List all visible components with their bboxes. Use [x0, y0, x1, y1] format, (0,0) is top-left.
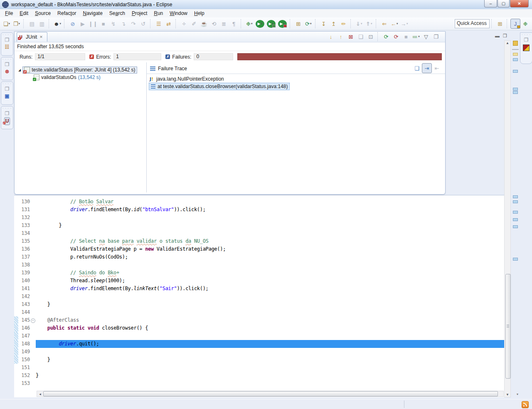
tab-junit[interactable]: ✗U JUnit ✕ [17, 32, 47, 42]
scroll-left-arrow-icon[interactable]: ◂ [37, 392, 43, 396]
menu-source[interactable]: Source [32, 10, 54, 17]
junit-view-button[interactable]: U✗ [4, 117, 10, 125]
scroll-down-arrow-icon[interactable]: ▼ [505, 393, 510, 397]
menu-edit[interactable]: Edit [16, 10, 32, 17]
restore-view-icon[interactable]: ❐ [5, 61, 10, 68]
code-line[interactable]: 132 [14, 214, 504, 222]
java-perspective-button[interactable]: J [510, 19, 520, 29]
open-perspective-button[interactable]: ⊞ [495, 19, 505, 29]
maximize-button[interactable]: ▢ [498, 0, 510, 7]
highlighter-button[interactable]: ✏ [339, 19, 349, 29]
editor-maximize-button[interactable]: ❒ [503, 33, 507, 39]
view-stack-handle[interactable]: · · · · [2, 33, 12, 37]
overview-marker[interactable] [513, 70, 518, 73]
test-tree[interactable]: ◢ ✗ teste.validarStatus [Runner: JUnit 4… [15, 62, 147, 192]
new-wizard-button[interactable]: ❏▾ [2, 19, 12, 29]
menu-run[interactable]: Run [150, 10, 166, 17]
overview-marker[interactable] [513, 53, 518, 56]
horizontal-scroll-thumb[interactable] [43, 391, 498, 397]
overview-marker[interactable] [513, 91, 518, 94]
view-menu-button[interactable]: ▽ [421, 32, 431, 41]
overview-marker[interactable] [513, 218, 518, 221]
code-line[interactable]: 137 p.returnNuOs(CodOs); [14, 253, 504, 261]
code-line[interactable]: 143 } [14, 301, 504, 308]
code-line[interactable]: 150 } [14, 356, 504, 364]
code-line[interactable]: 146 public static void closeBrowser() { [14, 324, 504, 332]
code-line[interactable]: 142 [14, 293, 504, 301]
overview-marker[interactable] [513, 258, 518, 261]
vertical-scrollbar[interactable]: ▲ ▼ [504, 40, 511, 397]
new-report-button[interactable]: ⊞ [293, 19, 303, 29]
code-line[interactable]: 140 Thread.sleep(1000); [14, 277, 504, 285]
user-profile-button[interactable]: ☻▾ [52, 19, 62, 29]
menu-search[interactable]: Search [106, 10, 128, 17]
code-line[interactable]: 149 [14, 348, 504, 356]
import-button[interactable]: ↧ [319, 19, 329, 29]
type-hierarchy-view-button[interactable]: ☷ [5, 44, 10, 51]
code-line[interactable]: 144 [14, 308, 504, 316]
restore-view-icon[interactable]: ❐ [5, 110, 10, 117]
trace-exception-row[interactable]: J! java.lang.NullPointerException [147, 75, 445, 83]
restore-view-icon[interactable]: ❐ [524, 37, 529, 44]
code-line[interactable]: 138 [14, 261, 504, 269]
overview-marker[interactable] [513, 211, 518, 214]
overview-marker[interactable] [513, 88, 518, 91]
menu-file[interactable]: File [2, 10, 16, 17]
code-editor[interactable]: 129130 // Botão Salvar131 driver.findEle… [14, 195, 504, 397]
show-skipped-button[interactable]: ❑ [356, 32, 366, 41]
code-line[interactable]: 135 // Select na base para validar o sta… [14, 237, 504, 245]
last-edit-location-button[interactable]: ⇐ [379, 19, 389, 29]
menu-window[interactable]: Window [166, 10, 191, 17]
view-stack-handle[interactable]: · · · · [522, 33, 531, 37]
code-line[interactable]: 152} [14, 372, 504, 379]
breadcrumb-toggle-button[interactable]: ☰ [154, 19, 164, 29]
profile-button[interactable]: ▶▾ [278, 20, 287, 28]
view-stack-handle[interactable]: · · · · [2, 107, 12, 110]
link-with-editor-button[interactable]: ⇄ [164, 19, 174, 29]
fold-gutter[interactable]: − [30, 316, 36, 324]
code-line[interactable]: 145− @AfterClass [14, 316, 504, 324]
coverage-button[interactable]: ▶▾ [267, 20, 276, 28]
test-history-button[interactable]: ≔▾ [411, 32, 421, 41]
debug-button[interactable]: ❉▾ [244, 19, 254, 29]
skip-breakpoints-button[interactable]: ⊘ [68, 19, 78, 29]
trace-frame-row[interactable]: at teste.validarStatus.closeBrowser(vali… [147, 83, 445, 90]
restore-view-button[interactable]: ❐ [431, 32, 441, 41]
trace-frame-selection[interactable]: at teste.validarStatus.closeBrowser(vali… [149, 83, 290, 90]
next-failure-button[interactable]: ↓ [326, 32, 336, 41]
export-button[interactable]: ↥ [329, 19, 339, 29]
overview-marker[interactable] [513, 58, 518, 61]
code-line[interactable]: 133 } [14, 222, 504, 229]
horizontal-scrollbar[interactable]: ◂ [37, 391, 504, 397]
restore-view-icon[interactable]: ❐ [5, 86, 10, 93]
overview-marker[interactable] [513, 195, 518, 198]
code-line[interactable]: 141 driver.findElement(By.linkText("Sair… [14, 285, 504, 293]
code-line[interactable]: 134 [14, 229, 504, 237]
code-line[interactable]: 131 driver.findElement(By.id("btnSalvar"… [14, 206, 504, 214]
minimize-button[interactable]: – [484, 0, 497, 7]
update-button[interactable]: ⟳▾ [303, 19, 313, 29]
restore-view-icon[interactable]: ❐ [5, 37, 10, 44]
compare-result-button[interactable]: ⇥ [422, 63, 432, 73]
close-button[interactable]: ✕ [510, 0, 529, 7]
quick-access-input[interactable]: Quick Access [455, 19, 490, 28]
overview-marker[interactable] [512, 49, 519, 50]
rerun-test-button[interactable]: ⟳ [381, 32, 391, 41]
overview-marker[interactable] [513, 41, 518, 46]
view-stack-handle[interactable]: · · · · [2, 82, 12, 86]
test-case-row[interactable]: ✓ validarStatusOs (13,542 s) [15, 74, 146, 81]
close-tab-icon[interactable]: ✕ [39, 35, 43, 39]
code-line[interactable]: 130 // Botão Salvar [14, 198, 504, 206]
console-view-button[interactable]: ▣ [5, 93, 9, 100]
overview-marker[interactable] [513, 200, 518, 203]
feed-icon[interactable] [522, 401, 529, 408]
error-log-view-button[interactable]: ⊗ [5, 68, 9, 75]
scroll-lock-button[interactable]: ⊡ [366, 32, 376, 41]
vertical-scroll-thumb[interactable] [505, 274, 511, 379]
code-line[interactable]: 151 [14, 364, 504, 372]
show-failures-only-button[interactable]: ⊠ [346, 32, 356, 41]
menu-navigate[interactable]: Navigate [79, 10, 106, 17]
view-stack-handle[interactable]: · · · · [2, 58, 12, 61]
menu-refactor[interactable]: Refactor [54, 10, 79, 17]
expand-caret-icon[interactable]: ◢ [18, 68, 21, 72]
